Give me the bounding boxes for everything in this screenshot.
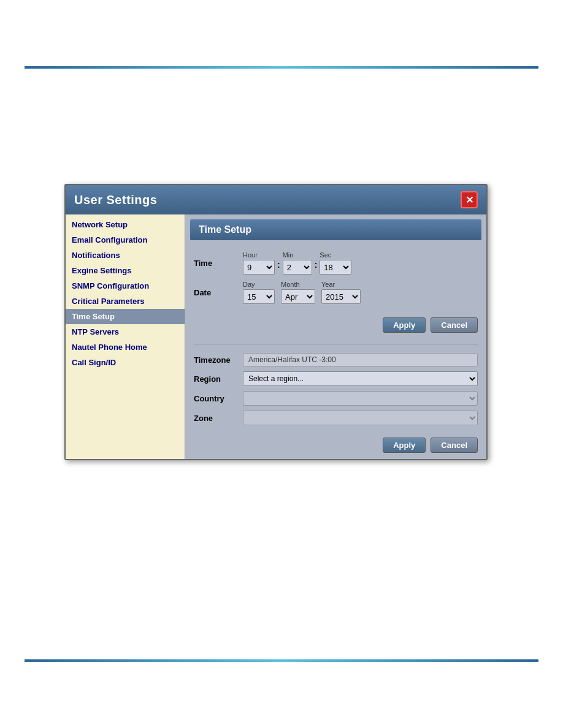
dialog-title-bar: User Settings (66, 185, 486, 214)
bottom-cancel-button[interactable]: Cancel (431, 438, 478, 453)
bottom-apply-button[interactable]: Apply (383, 438, 426, 453)
date-inputs: Day 15 123 Month Apr JanFebMar MayJ (243, 281, 361, 304)
month-group: Month Apr JanFebMar MayJun (281, 281, 315, 304)
region-label: Region (194, 374, 243, 384)
bottom-buttons-row: Apply Cancel (185, 434, 486, 459)
country-label: Country (194, 394, 243, 403)
time-inputs: Hour 9 0123 4567 8101112 : Min (243, 251, 351, 275)
zone-select[interactable] (243, 411, 478, 425)
divider (194, 344, 478, 344)
min-select[interactable]: 2 0134 (283, 260, 312, 275)
year-label: Year (321, 281, 361, 288)
sidebar-item-email-configuration[interactable]: Email Configuration (66, 232, 185, 248)
time-row: Time Hour 9 0123 4567 8101112 : (194, 251, 478, 275)
time-label: Time (194, 259, 243, 268)
timezone-row: Timezone America/Halifax UTC -3:00 (194, 353, 478, 366)
sidebar-item-notifications[interactable]: Notifications (66, 248, 185, 263)
day-label: Day (243, 281, 275, 288)
sidebar-item-call-sign-id[interactable]: Call Sign/ID (66, 355, 185, 370)
sidebar-item-ntp-servers[interactable]: NTP Servers (66, 324, 185, 339)
region-row: Region Select a region... (194, 371, 478, 386)
bottom-decorative-bar (25, 659, 538, 662)
time-separator-1: : (277, 260, 280, 272)
user-settings-dialog: User Settings Network Setup Email Config… (64, 184, 488, 460)
month-select[interactable]: Apr JanFebMar MayJun (281, 289, 315, 304)
time-date-area: Time Hour 9 0123 4567 8101112 : (185, 248, 486, 314)
timezone-section: Timezone America/Halifax UTC -3:00 Regio… (185, 349, 486, 434)
sidebar-item-exgine-settings[interactable]: Exgine Settings (66, 263, 185, 278)
top-cancel-button[interactable]: Cancel (431, 317, 478, 333)
sec-group: Sec 18 0123 (320, 251, 351, 275)
timezone-label: Timezone (194, 355, 243, 365)
min-label: Min (283, 251, 312, 259)
dialog-title: User Settings (74, 193, 157, 207)
sidebar-item-nautel-phone-home[interactable]: Nautel Phone Home (66, 339, 185, 355)
region-select[interactable]: Select a region... (243, 371, 478, 386)
year-group: Year 2015 20142016 (321, 281, 361, 304)
top-apply-button[interactable]: Apply (383, 317, 426, 333)
sec-label: Sec (320, 251, 351, 259)
close-button[interactable] (461, 191, 478, 208)
section-title: Time Setup (190, 219, 481, 240)
sec-select[interactable]: 18 0123 (320, 260, 351, 275)
year-select[interactable]: 2015 20142016 (321, 289, 361, 304)
day-select[interactable]: 15 123 (243, 289, 275, 304)
min-group: Min 2 0134 (283, 251, 312, 275)
time-separator-2: : (315, 260, 318, 272)
month-label: Month (281, 281, 315, 288)
date-row: Date Day 15 123 Month Apr (194, 281, 478, 304)
hour-group: Hour 9 0123 4567 8101112 (243, 251, 275, 275)
main-content: Time Setup Time Hour 9 0123 4567 8101112 (185, 214, 486, 459)
timezone-value: America/Halifax UTC -3:00 (243, 353, 478, 366)
date-label: Date (194, 288, 243, 297)
sidebar-item-critical-parameters[interactable]: Critical Parameters (66, 294, 185, 309)
top-buttons-row: Apply Cancel (185, 314, 486, 339)
country-row: Country (194, 391, 478, 406)
sidebar-item-time-setup[interactable]: Time Setup (66, 309, 185, 324)
zone-label: Zone (194, 414, 243, 423)
zone-row: Zone (194, 411, 478, 425)
sidebar-item-network-setup[interactable]: Network Setup (66, 217, 185, 232)
hour-label: Hour (243, 251, 275, 259)
country-select[interactable] (243, 391, 478, 406)
sidebar-item-snmp-configuration[interactable]: SNMP Configuration (66, 278, 185, 294)
sidebar: Network Setup Email Configuration Notifi… (66, 214, 185, 459)
hour-select[interactable]: 9 0123 4567 8101112 (243, 260, 275, 275)
day-group: Day 15 123 (243, 281, 275, 304)
top-decorative-bar (25, 66, 538, 69)
dialog-body: Network Setup Email Configuration Notifi… (66, 214, 486, 459)
